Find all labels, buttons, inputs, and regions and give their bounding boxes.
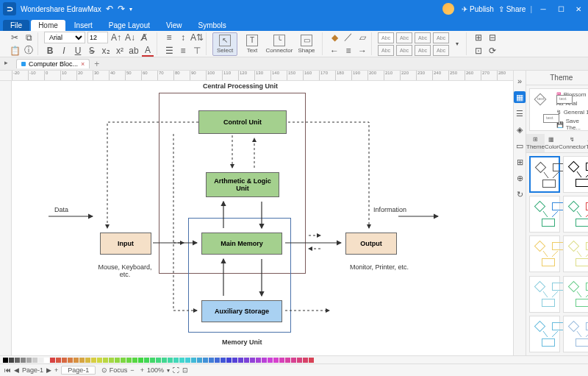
subscript-icon[interactable]: x₂ bbox=[100, 45, 112, 57]
color-swatch[interactable] bbox=[91, 358, 96, 363]
color-swatch[interactable] bbox=[226, 358, 232, 363]
color-swatch[interactable] bbox=[273, 358, 279, 363]
color-swatch[interactable] bbox=[244, 358, 249, 363]
color-swatch[interactable] bbox=[85, 358, 90, 363]
underline-icon[interactable]: U bbox=[72, 45, 84, 57]
color-swatch[interactable] bbox=[50, 358, 55, 363]
color-swatch[interactable] bbox=[279, 358, 284, 363]
color-swatch[interactable] bbox=[26, 358, 32, 363]
style-swatch-7[interactable]: Abc bbox=[415, 45, 431, 56]
panel-tab-color[interactable]: ▦Color bbox=[545, 134, 559, 152]
input-box[interactable]: Input bbox=[100, 233, 151, 255]
font-color-icon[interactable]: A bbox=[142, 45, 154, 57]
color-swatch[interactable] bbox=[185, 358, 190, 363]
nav-first-icon[interactable]: ⏮ bbox=[4, 366, 11, 374]
color-swatch[interactable] bbox=[79, 358, 85, 363]
text-tool[interactable]: TText bbox=[240, 32, 265, 56]
color-swatch[interactable] bbox=[168, 358, 173, 363]
focus-mode-button[interactable]: ⊙ Focus bbox=[101, 366, 127, 374]
color-swatch[interactable] bbox=[115, 358, 120, 363]
sidetool-arrange-icon[interactable]: ⊞ bbox=[514, 156, 526, 168]
theme-thumb[interactable] bbox=[563, 276, 588, 313]
color-swatch[interactable] bbox=[138, 358, 143, 363]
clear-format-icon[interactable]: A̸ bbox=[138, 32, 150, 43]
fullscreen-button[interactable]: ⊡ bbox=[182, 366, 188, 374]
color-palette[interactable] bbox=[0, 355, 588, 363]
color-swatch[interactable] bbox=[291, 358, 296, 363]
color-swatch[interactable] bbox=[103, 358, 108, 363]
vertical-text-icon[interactable]: A⇅ bbox=[191, 32, 203, 43]
canvas[interactable]: Central Processing Unit Memory Unit Data… bbox=[12, 81, 513, 355]
line-weight-icon[interactable]: ≡ bbox=[343, 45, 354, 57]
style-swatch-3[interactable]: Abc bbox=[415, 32, 431, 43]
sidetool-theme-icon[interactable]: ▦ bbox=[514, 91, 526, 103]
minimize-button[interactable]: ─ bbox=[537, 2, 550, 15]
undo-icon[interactable]: ↶ bbox=[106, 4, 113, 14]
color-swatch[interactable] bbox=[21, 358, 26, 363]
shadow-icon[interactable]: ▱ bbox=[356, 32, 368, 43]
panel-tab-theme[interactable]: ⊞Theme bbox=[526, 134, 545, 152]
zoom-in-button[interactable]: + bbox=[140, 366, 144, 374]
color-swatch[interactable] bbox=[74, 358, 79, 363]
theme-thumb[interactable] bbox=[563, 316, 588, 352]
color-swatch[interactable] bbox=[44, 358, 49, 363]
color-swatch[interactable] bbox=[191, 358, 196, 363]
share-button[interactable]: ⇪ Share bbox=[498, 5, 526, 13]
menu-view[interactable]: View bbox=[159, 20, 190, 31]
color-swatch[interactable] bbox=[256, 358, 261, 363]
font-selector[interactable]: Arial bbox=[44, 32, 85, 43]
color-swatch[interactable] bbox=[197, 358, 202, 363]
style-swatch-5[interactable]: Abc bbox=[378, 45, 394, 56]
color-swatch[interactable] bbox=[309, 358, 314, 363]
main-memory-box[interactable]: Main Memory bbox=[201, 233, 282, 255]
color-swatch[interactable] bbox=[126, 358, 132, 363]
close-tab-icon[interactable]: × bbox=[81, 60, 85, 68]
add-page-button[interactable]: + bbox=[54, 366, 58, 374]
strike-icon[interactable]: S̶ bbox=[86, 45, 98, 57]
highlight-icon[interactable]: ab bbox=[128, 45, 140, 57]
color-swatch[interactable] bbox=[203, 358, 208, 363]
color-swatch[interactable] bbox=[179, 358, 184, 363]
close-button[interactable]: ✕ bbox=[572, 2, 585, 15]
color-swatch[interactable] bbox=[238, 358, 243, 363]
sidetool-history-icon[interactable]: ↻ bbox=[514, 188, 526, 200]
align-icon[interactable]: ⊟ bbox=[487, 32, 498, 43]
color-swatch[interactable] bbox=[121, 358, 126, 363]
color-swatch[interactable] bbox=[132, 358, 137, 363]
color-swatch[interactable] bbox=[68, 358, 73, 363]
color-swatch[interactable] bbox=[220, 358, 226, 363]
qa-dropdown-icon[interactable]: ▾ bbox=[129, 6, 132, 13]
align-left-icon[interactable]: ☰ bbox=[163, 45, 175, 57]
style-swatch-4[interactable]: Abc bbox=[433, 32, 449, 43]
theme-opt-general[interactable]: ↯General 1 bbox=[556, 109, 588, 116]
spacing-icon[interactable]: ↕ bbox=[177, 32, 189, 43]
color-swatch[interactable] bbox=[262, 358, 267, 363]
theme-thumb[interactable] bbox=[529, 316, 560, 352]
theme-thumb[interactable] bbox=[563, 156, 588, 193]
color-swatch[interactable] bbox=[150, 358, 155, 363]
fit-page-button[interactable]: ⛶ bbox=[173, 366, 179, 374]
control-unit-box[interactable]: Control Unit bbox=[198, 110, 287, 134]
page-tab[interactable]: Page-1 bbox=[61, 366, 96, 375]
color-swatch[interactable] bbox=[303, 358, 308, 363]
fill-icon[interactable]: ◆ bbox=[329, 32, 340, 43]
style-swatch-1[interactable]: Abc bbox=[378, 32, 394, 43]
increase-font-icon[interactable]: A↑ bbox=[110, 32, 122, 43]
shape-tool[interactable]: ▭Shape bbox=[294, 32, 319, 56]
add-tab-button[interactable]: + bbox=[91, 59, 102, 69]
line-icon[interactable]: ／ bbox=[343, 32, 354, 43]
color-swatch[interactable] bbox=[9, 358, 14, 363]
aux-storage-box[interactable]: Auxiliary Storage bbox=[201, 300, 282, 322]
style-swatch-8[interactable]: Abc bbox=[433, 45, 449, 56]
color-swatch[interactable] bbox=[56, 358, 61, 363]
color-swatch[interactable] bbox=[173, 358, 179, 363]
color-swatch[interactable] bbox=[209, 358, 214, 363]
align-center-icon[interactable]: ≡ bbox=[177, 45, 189, 57]
color-swatch[interactable] bbox=[232, 358, 237, 363]
theme-opt-save[interactable]: 💾Save The... bbox=[556, 118, 588, 131]
superscript-icon[interactable]: x² bbox=[114, 45, 126, 57]
style-gallery-expand-icon[interactable]: ▾ bbox=[451, 38, 463, 50]
theme-thumb[interactable] bbox=[529, 276, 560, 313]
color-swatch[interactable] bbox=[15, 358, 20, 363]
alu-box[interactable]: Arthmetic & Logic Unit bbox=[206, 172, 279, 197]
